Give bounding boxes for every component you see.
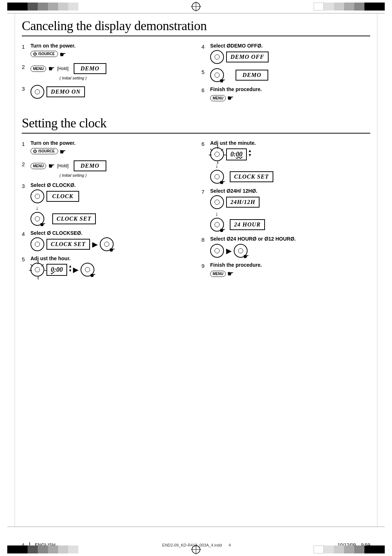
- display-demo-clock: DEMO: [74, 160, 106, 171]
- step-content: Turn on the power. ⏻ /SOURCE ☛: [30, 140, 191, 156]
- color-block: [28, 3, 38, 11]
- color-block: [48, 3, 58, 11]
- knob-inner: [104, 242, 109, 247]
- demo-two-col: 1 Turn on the power. ⏻ /SOURCE ☛: [22, 43, 370, 107]
- demo-step-5: 5 ☛ DEMO: [201, 68, 370, 82]
- step-content: Select ØDEMO OFFØ. DEMO OFF: [210, 43, 370, 64]
- min-underline: 00: [236, 151, 242, 158]
- step-content: MENU ☛ [Hold] DEMO ( Initial setting ): [30, 160, 191, 178]
- step-label: Finish the procedure.: [210, 86, 370, 92]
- display-demo-off: DEMO OFF: [226, 52, 269, 62]
- finger-icon: ☛: [60, 147, 66, 156]
- initial-setting-label: ( Initial setting ): [60, 76, 87, 80]
- source-text: /SOURCE: [38, 149, 55, 153]
- page-border-bottom: [7, 527, 385, 527]
- step-number: 8: [201, 236, 207, 243]
- color-block: [17, 3, 28, 11]
- display-clock-set: CLOCK SET: [52, 213, 96, 224]
- step-number: 3: [22, 85, 28, 92]
- clock-two-col: 1 Turn on the power. ⏻ /SOURCE ☛: [22, 140, 370, 282]
- color-bar-top: [0, 0, 392, 13]
- knob-inner: [35, 194, 40, 199]
- clock-step-9: 9 Finish the procedure. MENU ☛: [201, 262, 370, 278]
- clock-step-2: 2 MENU ☛ [Hold] DEMO ( Initial setting ): [22, 160, 191, 178]
- menu-label: MENU: [213, 272, 223, 276]
- demo-section-divider: [22, 36, 370, 36]
- step-number: 2: [22, 160, 28, 167]
- step-number: 1: [22, 43, 28, 50]
- color-block: [354, 3, 364, 11]
- hour-underline: 0: [51, 266, 54, 273]
- step-number: 3: [22, 182, 28, 189]
- hold-label: [Hold]: [57, 66, 68, 71]
- step-number: 7: [201, 188, 207, 195]
- finger-cursor-icon: ☛: [48, 162, 55, 170]
- step-content: Finish the procedure. MENU ☛: [210, 86, 370, 102]
- knob-inner: [238, 248, 243, 253]
- menu-label: MENU: [33, 164, 44, 168]
- finger-cursor-icon: ☛: [227, 269, 234, 278]
- menu-btn-finish: MENU: [210, 95, 226, 101]
- power-icon: ⏻: [33, 52, 37, 56]
- menu-btn: MENU: [30, 66, 46, 72]
- demo-col-right: 4 Select ØDEMO OFFØ. DEMO OFF 5: [201, 43, 370, 107]
- knob-rays: [209, 146, 227, 164]
- knob-icon-finger: ☛: [234, 244, 248, 258]
- step-content: DEMO ON: [30, 85, 191, 99]
- main-content: Canceling the display demonstration 1 Tu…: [22, 18, 370, 523]
- display-clock-set3: CLOCK SET: [230, 171, 273, 182]
- page-border-top: [7, 13, 385, 13]
- demo-col-left: 1 Turn on the power. ⏻ /SOURCE ☛: [22, 43, 191, 107]
- finger-icon: ☛: [243, 253, 249, 261]
- knob-inner: [215, 248, 220, 253]
- menu-label: MENU: [213, 96, 223, 100]
- knob-inner: [215, 200, 220, 205]
- color-blocks-left: [7, 3, 78, 11]
- step-content: ☛ DEMO: [210, 68, 370, 82]
- color-blocks-right: [314, 3, 385, 11]
- knob-rays: [29, 261, 47, 279]
- step-label: Turn on the power.: [30, 43, 191, 49]
- power-icon: ⏻: [33, 149, 37, 153]
- color-block: [68, 3, 78, 11]
- color-block: [38, 3, 48, 11]
- margin-line-right: [377, 13, 377, 527]
- demo-step-4: 4 Select ØDEMO OFFØ. DEMO OFF: [201, 43, 370, 64]
- step-content: Select Ø CLOCKSEØ. CLOCK SET ▶ ☛: [30, 230, 191, 251]
- color-block: [364, 3, 375, 11]
- demo-section: Canceling the display demonstration 1 Tu…: [22, 18, 370, 107]
- knob-icon: [30, 189, 44, 203]
- step-inline: MENU ☛ [Hold] DEMO: [30, 160, 191, 171]
- time-arrows-updown2: ▲ ▼: [248, 148, 252, 157]
- source-btn-icon: ⏻ /SOURCE: [30, 51, 58, 57]
- color-block: [364, 545, 375, 553]
- margin-line-left: [15, 13, 15, 527]
- knob-icon: [30, 263, 44, 277]
- display-24h: 24 HOUR: [230, 219, 265, 230]
- color-block: [354, 545, 364, 553]
- finger-icon: ☛: [109, 246, 115, 254]
- menu-label: MENU: [33, 67, 44, 71]
- knob-icon-finger2: ☛: [81, 263, 94, 277]
- step-label: Finish the procedure.: [210, 262, 370, 268]
- knob-icon: [30, 237, 44, 251]
- display-demo2: DEMO: [236, 70, 268, 81]
- step-number: 5: [22, 255, 28, 262]
- step-content: Adj ust the hour.: [30, 255, 191, 277]
- time-min-value: 0:00: [226, 148, 247, 160]
- finger-icon: ☛: [90, 271, 96, 279]
- clock-step-4: 4 Select Ø CLOCKSEØ. CLOCK SET ▶ ☛: [22, 230, 191, 251]
- step-number: 6: [201, 86, 207, 93]
- menu-btn-finish2: MENU: [210, 271, 226, 277]
- down-arrow: ▼: [248, 153, 252, 157]
- finger-icon: ☛: [40, 221, 46, 229]
- knob-icon: ☛: [30, 212, 44, 226]
- svg-line-8: [41, 264, 44, 266]
- demo-step-3: 3 DEMO ON: [22, 85, 191, 99]
- down-arrow: ↓: [36, 205, 191, 211]
- finger-icon: ☛: [220, 77, 225, 85]
- color-blocks-left-bottom: [7, 545, 78, 553]
- step-label: Select Ø CLOCKSEØ.: [30, 230, 191, 236]
- clock-section-title: Setting the clock: [22, 115, 370, 131]
- finger-icon: ☛: [220, 179, 225, 187]
